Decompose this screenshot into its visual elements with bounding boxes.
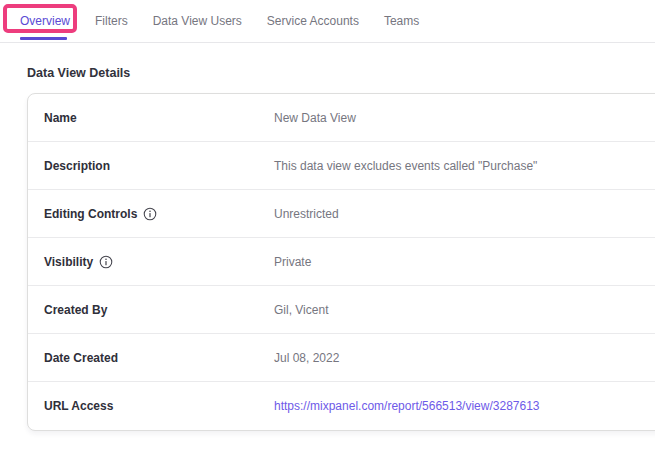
row-label-text: Visibility (44, 255, 93, 269)
table-row-name: Name New Data View (28, 94, 655, 142)
row-label-text: URL Access (44, 399, 113, 413)
row-label: Name (28, 111, 274, 125)
tab-filters-label: Filters (95, 14, 128, 28)
row-label: Description (28, 159, 274, 173)
row-label: Visibility (28, 255, 274, 269)
row-label-text: Date Created (44, 351, 118, 365)
tab-teams-label: Teams (384, 14, 419, 28)
row-value: Unrestricted (274, 207, 339, 221)
row-label: URL Access (28, 399, 274, 413)
row-label: Date Created (28, 351, 274, 365)
active-tab-underline (20, 37, 67, 40)
row-label-text: Editing Controls (44, 207, 137, 221)
row-value: Private (274, 255, 311, 269)
table-row-date-created: Date Created Jul 08, 2022 (28, 334, 655, 382)
row-value: Gil, Vicent (274, 303, 328, 317)
tab-service-accounts[interactable]: Service Accounts (267, 0, 359, 42)
page-title: Data View Details (27, 66, 655, 80)
tab-data-view-users[interactable]: Data View Users (153, 0, 242, 42)
info-icon[interactable] (143, 207, 157, 221)
info-icon[interactable] (99, 255, 113, 269)
tab-teams[interactable]: Teams (384, 0, 419, 42)
data-view-details-card: Name New Data View Description This data… (27, 93, 655, 431)
tab-overview[interactable]: Overview (20, 0, 70, 42)
row-value: New Data View (274, 111, 356, 125)
row-value: https://mixpanel.com/report/566513/view/… (274, 399, 540, 413)
tab-overview-label: Overview (20, 14, 70, 28)
table-row-editing-controls: Editing Controls Unrestricted (28, 190, 655, 238)
tab-service-accounts-label: Service Accounts (267, 14, 359, 28)
url-access-link[interactable]: https://mixpanel.com/report/566513/view/… (274, 399, 540, 413)
tab-bar: Overview Filters Data View Users Service… (0, 0, 655, 43)
table-row-url-access: URL Access https://mixpanel.com/report/5… (28, 382, 655, 430)
row-label: Created By (28, 303, 274, 317)
row-label-text: Name (44, 111, 77, 125)
table-row-visibility: Visibility Private (28, 238, 655, 286)
row-value: Jul 08, 2022 (274, 351, 339, 365)
table-row-description: Description This data view excludes even… (28, 142, 655, 190)
row-label: Editing Controls (28, 207, 274, 221)
row-value: This data view excludes events called "P… (274, 159, 537, 173)
tab-filters[interactable]: Filters (95, 0, 128, 42)
tab-data-view-users-label: Data View Users (153, 14, 242, 28)
row-label-text: Description (44, 159, 110, 173)
table-row-created-by: Created By Gil, Vicent (28, 286, 655, 334)
row-label-text: Created By (44, 303, 107, 317)
